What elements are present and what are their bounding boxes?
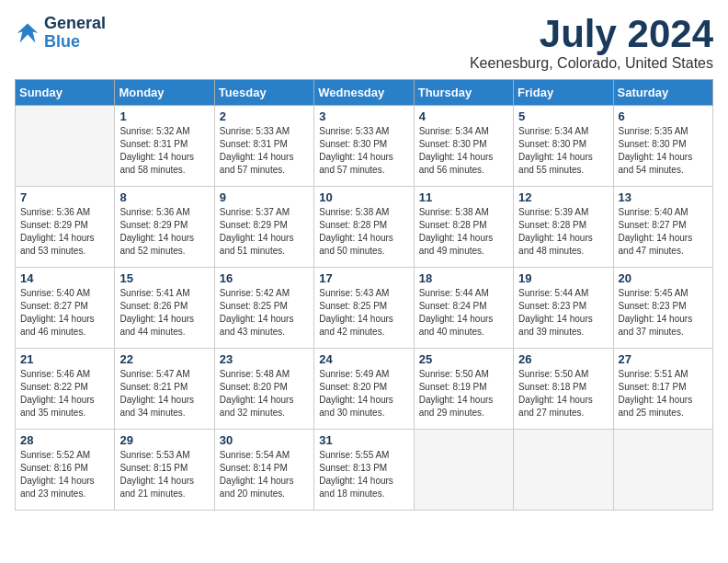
svg-marker-0 [17,23,38,42]
day-number: 14 [20,271,109,285]
week-row-4: 21Sunrise: 5:46 AM Sunset: 8:22 PM Dayli… [16,349,713,430]
calendar-cell: 13Sunrise: 5:40 AM Sunset: 8:27 PM Dayli… [613,187,712,268]
calendar-cell: 31Sunrise: 5:55 AM Sunset: 8:13 PM Dayli… [314,430,414,511]
calendar-cell: 15Sunrise: 5:41 AM Sunset: 8:26 PM Dayli… [115,268,214,349]
logo-text: General Blue [44,15,106,52]
calendar-cell: 3Sunrise: 5:33 AM Sunset: 8:30 PM Daylig… [314,106,414,187]
day-number: 29 [119,433,209,447]
day-info: Sunrise: 5:36 AM Sunset: 8:29 PM Dayligh… [20,206,109,258]
weekday-header-monday: Monday [115,80,214,106]
weekday-header-friday: Friday [514,80,613,106]
day-number: 8 [119,190,209,204]
day-number: 24 [319,352,408,366]
day-info: Sunrise: 5:44 AM Sunset: 8:24 PM Dayligh… [419,287,508,339]
calendar-cell: 25Sunrise: 5:50 AM Sunset: 8:19 PM Dayli… [414,349,513,430]
day-number: 2 [220,109,309,123]
day-number: 28 [20,433,109,447]
day-number: 25 [419,352,508,366]
weekday-header-thursday: Thursday [414,80,513,106]
calendar-cell: 30Sunrise: 5:54 AM Sunset: 8:14 PM Dayli… [214,430,313,511]
week-row-2: 7Sunrise: 5:36 AM Sunset: 8:29 PM Daylig… [16,187,713,268]
day-number: 21 [20,352,109,366]
week-row-5: 28Sunrise: 5:52 AM Sunset: 8:16 PM Dayli… [16,430,713,511]
day-info: Sunrise: 5:41 AM Sunset: 8:26 PM Dayligh… [119,287,209,339]
day-info: Sunrise: 5:32 AM Sunset: 8:31 PM Dayligh… [119,125,209,177]
day-number: 5 [518,109,608,123]
location: Keenesburg, Colorado, United States [470,55,713,72]
day-number: 12 [518,190,608,204]
day-number: 3 [319,109,408,123]
day-number: 1 [119,109,209,123]
day-number: 9 [220,190,309,204]
calendar-cell [514,430,613,511]
calendar-cell: 17Sunrise: 5:43 AM Sunset: 8:25 PM Dayli… [314,268,414,349]
calendar-cell: 29Sunrise: 5:53 AM Sunset: 8:15 PM Dayli… [115,430,214,511]
day-number: 4 [419,109,508,123]
day-number: 23 [220,352,309,366]
day-info: Sunrise: 5:40 AM Sunset: 8:27 PM Dayligh… [20,287,109,339]
calendar-cell: 24Sunrise: 5:49 AM Sunset: 8:20 PM Dayli… [314,349,414,430]
calendar-cell [613,430,712,511]
calendar-cell: 26Sunrise: 5:50 AM Sunset: 8:18 PM Dayli… [514,349,613,430]
calendar-cell: 1Sunrise: 5:32 AM Sunset: 8:31 PM Daylig… [115,106,214,187]
day-number: 31 [319,433,408,447]
day-info: Sunrise: 5:52 AM Sunset: 8:16 PM Dayligh… [20,449,109,500]
calendar-cell: 23Sunrise: 5:48 AM Sunset: 8:20 PM Dayli… [214,349,313,430]
day-info: Sunrise: 5:55 AM Sunset: 8:13 PM Dayligh… [319,449,408,500]
logo: General Blue [15,15,106,52]
day-number: 11 [419,190,508,204]
day-info: Sunrise: 5:44 AM Sunset: 8:23 PM Dayligh… [518,287,608,339]
weekday-header-tuesday: Tuesday [214,80,313,106]
day-number: 26 [518,352,608,366]
day-info: Sunrise: 5:49 AM Sunset: 8:20 PM Dayligh… [319,368,408,419]
calendar-cell: 6Sunrise: 5:35 AM Sunset: 8:30 PM Daylig… [613,106,712,187]
day-info: Sunrise: 5:43 AM Sunset: 8:25 PM Dayligh… [319,287,408,339]
day-info: Sunrise: 5:42 AM Sunset: 8:25 PM Dayligh… [220,287,309,339]
calendar-cell [16,106,115,187]
day-number: 22 [119,352,209,366]
calendar-cell: 11Sunrise: 5:38 AM Sunset: 8:28 PM Dayli… [414,187,513,268]
day-number: 30 [220,433,309,447]
day-number: 18 [419,271,508,285]
day-number: 10 [319,190,408,204]
day-number: 16 [220,271,309,285]
day-info: Sunrise: 5:34 AM Sunset: 8:30 PM Dayligh… [518,125,608,177]
title-block: July 2024 Keenesburg, Colorado, United S… [470,15,713,72]
page-header: General Blue July 2024 Keenesburg, Color… [15,15,713,72]
weekday-header-row: SundayMondayTuesdayWednesdayThursdayFrid… [16,80,713,106]
day-number: 27 [619,352,708,366]
day-info: Sunrise: 5:46 AM Sunset: 8:22 PM Dayligh… [20,368,109,419]
day-info: Sunrise: 5:53 AM Sunset: 8:15 PM Dayligh… [119,449,209,500]
day-number: 13 [619,190,708,204]
calendar-cell: 27Sunrise: 5:51 AM Sunset: 8:17 PM Dayli… [613,349,712,430]
week-row-1: 1Sunrise: 5:32 AM Sunset: 8:31 PM Daylig… [16,106,713,187]
day-info: Sunrise: 5:51 AM Sunset: 8:17 PM Dayligh… [619,368,708,419]
calendar-cell: 7Sunrise: 5:36 AM Sunset: 8:29 PM Daylig… [16,187,115,268]
calendar-cell: 10Sunrise: 5:38 AM Sunset: 8:28 PM Dayli… [314,187,414,268]
calendar-cell: 19Sunrise: 5:44 AM Sunset: 8:23 PM Dayli… [514,268,613,349]
calendar-cell: 12Sunrise: 5:39 AM Sunset: 8:28 PM Dayli… [514,187,613,268]
day-info: Sunrise: 5:33 AM Sunset: 8:31 PM Dayligh… [220,125,309,177]
day-number: 6 [619,109,708,123]
day-info: Sunrise: 5:54 AM Sunset: 8:14 PM Dayligh… [220,449,309,500]
day-info: Sunrise: 5:38 AM Sunset: 8:28 PM Dayligh… [419,206,508,258]
logo-icon [15,20,40,46]
day-info: Sunrise: 5:50 AM Sunset: 8:18 PM Dayligh… [518,368,608,419]
weekday-header-wednesday: Wednesday [314,80,414,106]
calendar-cell: 20Sunrise: 5:45 AM Sunset: 8:23 PM Dayli… [613,268,712,349]
day-info: Sunrise: 5:35 AM Sunset: 8:30 PM Dayligh… [619,125,708,177]
day-info: Sunrise: 5:50 AM Sunset: 8:19 PM Dayligh… [419,368,508,419]
day-number: 7 [20,190,109,204]
day-info: Sunrise: 5:47 AM Sunset: 8:21 PM Dayligh… [119,368,209,419]
day-number: 17 [319,271,408,285]
day-number: 20 [619,271,708,285]
weekday-header-saturday: Saturday [613,80,712,106]
day-info: Sunrise: 5:37 AM Sunset: 8:29 PM Dayligh… [220,206,309,258]
day-info: Sunrise: 5:39 AM Sunset: 8:28 PM Dayligh… [518,206,608,258]
day-info: Sunrise: 5:48 AM Sunset: 8:20 PM Dayligh… [220,368,309,419]
calendar-cell: 16Sunrise: 5:42 AM Sunset: 8:25 PM Dayli… [214,268,313,349]
calendar-cell: 5Sunrise: 5:34 AM Sunset: 8:30 PM Daylig… [514,106,613,187]
week-row-3: 14Sunrise: 5:40 AM Sunset: 8:27 PM Dayli… [16,268,713,349]
calendar-cell: 14Sunrise: 5:40 AM Sunset: 8:27 PM Dayli… [16,268,115,349]
calendar-cell: 21Sunrise: 5:46 AM Sunset: 8:22 PM Dayli… [16,349,115,430]
